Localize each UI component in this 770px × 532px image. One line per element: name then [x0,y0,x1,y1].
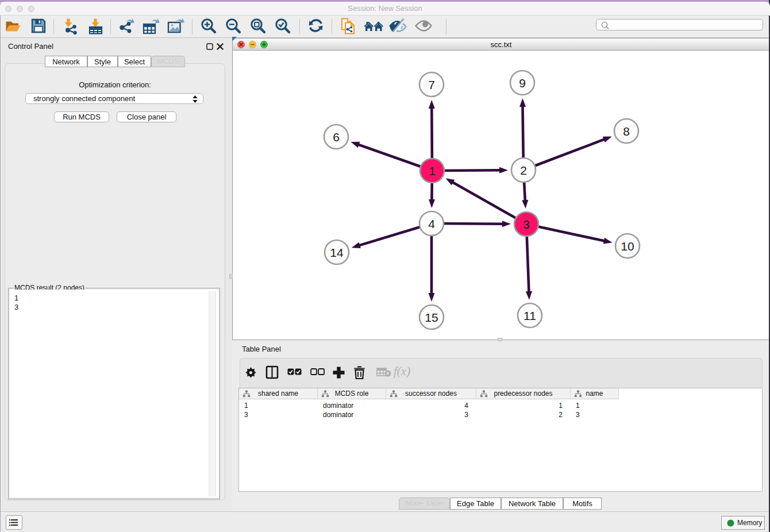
svg-text:9: 9 [519,76,526,90]
svg-text:11: 11 [523,309,536,322]
svg-text:15: 15 [425,311,438,324]
svg-text:14: 14 [330,246,344,259]
svg-text:2: 2 [520,164,527,177]
svg-text:4: 4 [428,217,435,230]
svg-text:1: 1 [429,164,436,178]
svg-text:3: 3 [523,218,530,231]
svg-text:6: 6 [333,130,340,144]
svg-text:7: 7 [428,78,435,91]
svg-text:10: 10 [621,240,634,253]
svg-text:8: 8 [623,125,630,138]
